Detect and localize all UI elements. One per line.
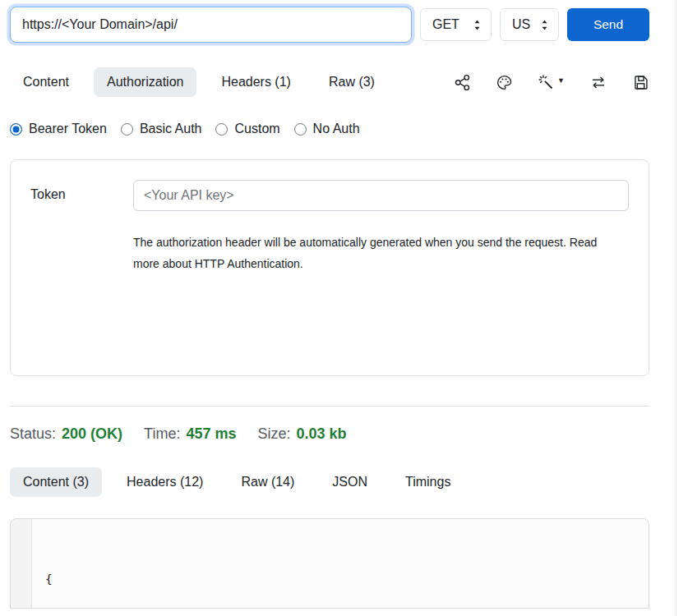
auth-type-group: Bearer Token Basic Auth Custom No Auth <box>10 122 649 136</box>
resp-tab-raw[interactable]: Raw (14) <box>228 467 307 497</box>
radio-dot <box>294 123 307 136</box>
response-json: { "message": "API running." } <box>32 519 649 608</box>
method-select-value: GET <box>432 17 459 32</box>
radio-dot <box>215 123 228 136</box>
response-status-row: Status:200 (OK) Time:457 ms Size:0.03 kb <box>10 425 649 443</box>
request-tabs: Content Authorization Headers (1) Raw (3… <box>10 67 649 97</box>
resp-tab-headers[interactable]: Headers (12) <box>113 467 216 497</box>
auth-help-text: The authorization header will be automat… <box>133 232 626 275</box>
save-icon[interactable] <box>632 74 649 91</box>
token-input[interactable] <box>133 180 629 211</box>
radio-basic-auth[interactable]: Basic Auth <box>121 122 202 136</box>
code-gutter <box>11 519 32 608</box>
status-time: Time:457 ms <box>144 425 236 443</box>
swap-horizontal-icon[interactable] <box>589 74 607 91</box>
radio-custom[interactable]: Custom <box>215 122 279 136</box>
updown-arrows-icon <box>539 19 550 31</box>
magic-wand-icon[interactable]: ▼ <box>538 74 565 91</box>
share-icon[interactable] <box>454 74 471 91</box>
resp-tab-content[interactable]: Content (3) <box>10 467 102 497</box>
authorization-panel: Token The authorization header will be a… <box>10 159 649 376</box>
json-line: { <box>45 569 635 590</box>
radio-bearer-token[interactable]: Bearer Token <box>10 122 107 136</box>
status-size: Size:0.03 kb <box>257 425 346 443</box>
radio-dot <box>10 123 22 136</box>
updown-arrows-icon <box>472 19 483 31</box>
tab-content[interactable]: Content <box>10 67 82 97</box>
tab-authorization[interactable]: Authorization <box>94 67 196 97</box>
section-divider <box>10 406 649 407</box>
token-label: Token <box>30 180 133 356</box>
toolbar: ▼ <box>454 74 649 91</box>
chevron-down-icon: ▼ <box>557 76 565 85</box>
resp-tab-timings[interactable]: Timings <box>392 467 464 497</box>
tab-raw[interactable]: Raw (3) <box>316 67 388 97</box>
resp-tab-json[interactable]: JSON <box>319 467 381 497</box>
region-select[interactable]: US <box>500 8 559 41</box>
radio-dot <box>121 123 133 136</box>
request-url-row: GET US Send <box>10 7 649 43</box>
method-select[interactable]: GET <box>420 8 492 41</box>
response-body-panel: { "message": "API running." } <box>10 518 649 609</box>
url-input[interactable] <box>10 7 412 43</box>
tab-headers[interactable]: Headers (1) <box>208 67 303 97</box>
status-code: Status:200 (OK) <box>10 425 122 443</box>
region-select-value: US <box>512 17 530 32</box>
radio-no-auth[interactable]: No Auth <box>294 122 360 136</box>
send-button[interactable]: Send <box>567 8 649 41</box>
api-client-page: GET US Send Content Authorization Header… <box>0 0 676 616</box>
palette-icon[interactable] <box>496 74 513 91</box>
response-tabs: Content (3) Headers (12) Raw (14) JSON T… <box>10 467 649 497</box>
